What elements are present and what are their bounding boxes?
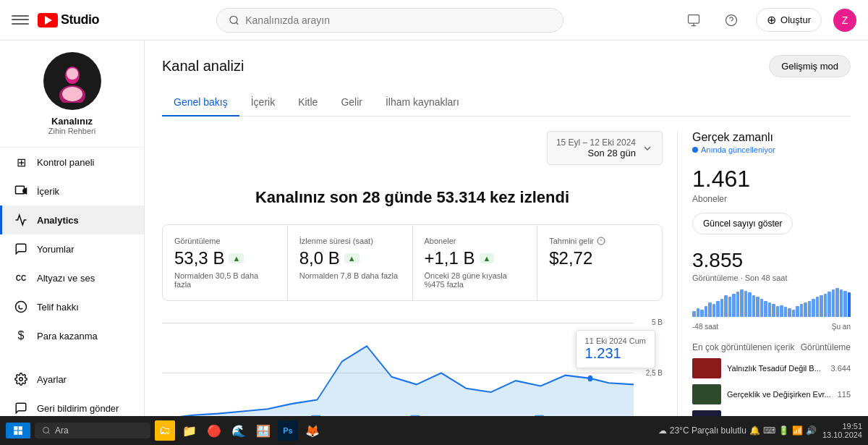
taskbar-icon-app1[interactable]: 🌊: [229, 420, 249, 441]
content-item-0[interactable]: Yalnızlık Tesadüf Değil B... 3.644: [692, 358, 851, 378]
svg-line-1: [237, 22, 239, 24]
taskbar-icon-explorer[interactable]: 🗂: [155, 420, 175, 441]
user-avatar[interactable]: Z: [833, 9, 856, 32]
search-input[interactable]: [245, 14, 551, 26]
info-icon: [597, 237, 605, 245]
start-button[interactable]: [6, 423, 30, 438]
svg-point-20: [588, 376, 593, 381]
svg-point-0: [230, 16, 237, 23]
top-content-header: En çok görüntülenen içerik Görüntüleme: [692, 342, 851, 352]
mini-bar-29: [808, 301, 812, 317]
studio-label: Studio: [61, 12, 99, 27]
sidebar-item-yorumlar[interactable]: Yorumlar: [0, 234, 144, 263]
feedback-icon[interactable]: [681, 7, 707, 33]
stat-revenue: Tahmini gelir $2,72: [537, 225, 662, 300]
svg-point-31: [43, 428, 49, 433]
tooltip-date: 11 Eki 2024 Cum: [585, 336, 646, 345]
create-button[interactable]: ⊕ Oluştur: [756, 8, 822, 32]
nav-right-actions: ⊕ Oluştur Z: [681, 7, 856, 33]
mini-bar-31: [816, 297, 820, 317]
main-panel: 15 Eyl – 12 Eki 2024 Son 28 gün Kanalını…: [162, 131, 663, 445]
sidebar-item-kontrol-paneli[interactable]: ⊞ Kontrol paneli: [0, 148, 144, 177]
mini-bar-4: [708, 302, 712, 317]
line-chart: [162, 315, 634, 431]
settings-icon: [14, 372, 28, 386]
stat-subs-value: +1,1 B ▲: [425, 248, 526, 268]
taskbar-icon-firefox[interactable]: 🦊: [302, 420, 323, 441]
mini-bar-33: [824, 294, 827, 317]
weather-icon: ☁: [658, 425, 667, 436]
svg-rect-27: [14, 426, 17, 430]
tray-icon-5: 🔊: [806, 425, 817, 436]
menu-hamburger-icon[interactable]: [12, 12, 29, 29]
sidebar-item-analytics[interactable]: Analytics: [0, 205, 144, 234]
content-title-1: Gerçeklik ve Değişirken Evr...: [727, 390, 832, 399]
tray-icon-3: 🔋: [778, 425, 789, 436]
y-axis-top: 5 B: [652, 318, 663, 326]
mini-bar-34: [827, 292, 831, 317]
chart-tooltip: 11 Eki 2024 Cum 1.231: [576, 330, 655, 368]
mini-bar-28: [804, 302, 807, 317]
stat-watch-time: İzlenme süresi (saat) 8,0 B ▲ Normalden …: [288, 225, 413, 300]
stat-views-value: 53,3 B ▲: [174, 248, 276, 268]
advanced-mode-button[interactable]: Gelişmiş mod: [769, 55, 851, 77]
tab-genel-bakis[interactable]: Genel bakış: [162, 89, 239, 116]
channel-subtitle: Zihin Rehberi: [12, 127, 132, 135]
sidebar-item-telif[interactable]: Telif hakkı: [0, 292, 144, 321]
sidebar-label-geri-bildirim: Geri bildirim gönder: [37, 403, 119, 414]
realtime-subtitle: Anında güncelleniyor: [692, 145, 851, 154]
stat-rev-value: $2,72: [549, 248, 650, 268]
copyright-icon: [14, 300, 28, 314]
sidebar-item-altyazi[interactable]: CC Altyazı ve ses: [0, 263, 144, 292]
sidebar-item-icerik[interactable]: İçerik: [0, 177, 144, 205]
taskbar-icon-folder[interactable]: 📁: [179, 420, 200, 441]
sidebar-item-ayarlar[interactable]: Ayarlar: [0, 365, 144, 394]
tab-icerik[interactable]: İçerik: [239, 89, 286, 116]
mini-bar-5: [712, 304, 716, 317]
svg-line-32: [48, 432, 49, 433]
sidebar-item-para[interactable]: $ Para kazanma: [0, 321, 144, 350]
mini-bar-18: [764, 301, 767, 317]
taskbar-search-bar[interactable]: Ara: [35, 423, 150, 438]
taskbar-icon-ps[interactable]: Ps: [278, 420, 298, 441]
subtitle-icon: CC: [14, 271, 28, 285]
taskbar-right-area: ☁ 23°C Parçalı bulutlu 🔔 ⌨ 🔋 📶 🔊 19:51 1…: [658, 422, 862, 439]
youtube-logo-icon: [38, 13, 58, 27]
create-icon: ⊕: [767, 13, 776, 27]
realtime-title: Gerçek zamanlı: [692, 131, 851, 144]
tab-gelir[interactable]: Gelir: [329, 89, 374, 116]
right-panel: Gerçek zamanlı Anında güncelleniyor 1.46…: [677, 131, 851, 445]
date-range-selector[interactable]: 15 Eyl – 12 Eki 2024 Son 28 gün: [547, 131, 663, 165]
svg-point-3: [726, 14, 737, 25]
svg-point-13: [20, 378, 23, 381]
logo[interactable]: Studio: [38, 12, 99, 27]
show-count-button[interactable]: Güncel sayıyı göster: [692, 213, 793, 234]
mini-bar-26: [796, 306, 799, 317]
mini-bar-32: [820, 295, 823, 317]
mini-bar-7: [720, 299, 724, 317]
taskbar-icon-chrome[interactable]: 🔴: [204, 420, 224, 441]
content-item-1[interactable]: Gerçeklik ve Değişirken Evr... 115: [692, 384, 851, 404]
channel-info: Kanalınız Zihin Rehberi: [0, 41, 144, 148]
taskbar-icon-app2[interactable]: 🪟: [253, 420, 273, 441]
chevron-down-icon: [642, 143, 653, 154]
mini-chart-axis: -48 saat Şu an: [692, 323, 851, 331]
sidebar-label-analytics: Analytics: [37, 215, 79, 226]
mini-bar-10: [732, 294, 736, 317]
stats-row: Görüntüleme 53,3 B ▲ Normalden 30,5 B da…: [162, 224, 663, 301]
mini-bar-3: [705, 306, 708, 317]
tab-kitle[interactable]: Kitle: [286, 89, 329, 116]
weather-text: 23°C Parçalı bulutlu: [670, 425, 746, 436]
sidebar-item-geri-bildirim[interactable]: Geri bildirim gönder: [0, 394, 144, 416]
svg-rect-29: [14, 431, 17, 435]
mini-bar-22: [780, 305, 783, 317]
content-thumb-1: [692, 384, 721, 404]
search-bar[interactable]: [216, 8, 563, 33]
mini-bar-37: [840, 289, 843, 317]
tab-ilham[interactable]: İlham kaynakları: [374, 89, 471, 116]
sidebar-label-altyazi: Altyazı ve ses: [37, 273, 95, 284]
help-icon[interactable]: [718, 7, 744, 33]
taskbar-date-display: 13.10.2024: [822, 431, 862, 439]
mini-bar-14: [748, 292, 752, 317]
svg-rect-28: [19, 426, 22, 430]
